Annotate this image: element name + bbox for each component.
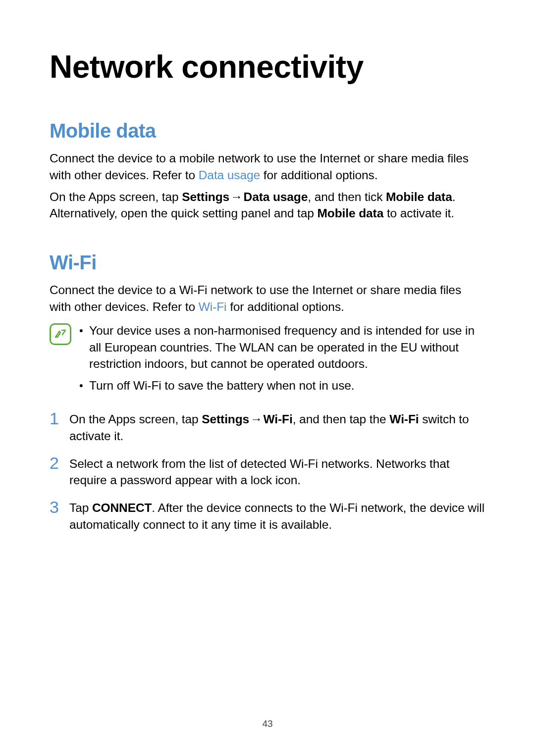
page-number: 43: [0, 718, 535, 729]
step-item: Select a network from the list of detect…: [50, 455, 485, 489]
notes-block: Your device uses a non-harmonised freque…: [50, 322, 485, 399]
mobile-data-heading: Mobile data: [50, 120, 485, 142]
data-usage-label: Data usage: [244, 190, 308, 203]
wifi-label: Wi-Fi: [389, 412, 419, 426]
wifi-heading: Wi-Fi: [50, 252, 485, 274]
note-icon-column: [50, 322, 77, 345]
note-icon: [50, 323, 71, 345]
step-item: On the Apps screen, tap Settings → Wi-Fi…: [50, 411, 485, 445]
page-title: Network connectivity: [50, 49, 485, 85]
wifi-label: Wi-Fi: [264, 412, 293, 426]
text: to activate it.: [383, 206, 454, 220]
text: , and then tap the: [293, 412, 390, 426]
mobile-data-label: Mobile data: [318, 206, 384, 220]
wifi-link[interactable]: Wi-Fi: [199, 300, 227, 313]
text: for additional options.: [260, 168, 377, 182]
text: for additional options.: [226, 300, 344, 313]
data-usage-link[interactable]: Data usage: [199, 168, 260, 182]
arrow-icon: →: [249, 411, 263, 428]
text: On the Apps screen, tap: [69, 412, 202, 426]
settings-label: Settings: [182, 190, 229, 203]
connect-label: CONNECT: [92, 501, 152, 514]
note-list: Your device uses a non-harmonised freque…: [77, 322, 485, 394]
arrow-icon: →: [229, 189, 243, 205]
settings-label: Settings: [202, 412, 249, 426]
document-page: Network connectivity Mobile data Connect…: [0, 0, 535, 756]
mobile-data-paragraph-2: On the Apps screen, tap Settings → Data …: [50, 189, 485, 222]
mobile-data-paragraph-1: Connect the device to a mobile network t…: [50, 150, 485, 184]
note-body: Your device uses a non-harmonised freque…: [77, 322, 485, 399]
mobile-data-label: Mobile data: [386, 190, 452, 203]
text: Tap: [69, 501, 92, 514]
wifi-paragraph-1: Connect the device to a Wi-Fi network to…: [50, 282, 485, 315]
wifi-steps: On the Apps screen, tap Settings → Wi-Fi…: [50, 411, 485, 533]
note-item: Turn off Wi-Fi to save the battery when …: [77, 377, 485, 394]
note-item: Your device uses a non-harmonised freque…: [77, 322, 485, 372]
step-item: Tap CONNECT. After the device connects t…: [50, 500, 485, 533]
text: , and then tick: [308, 190, 386, 203]
text: On the Apps screen, tap: [50, 190, 182, 203]
